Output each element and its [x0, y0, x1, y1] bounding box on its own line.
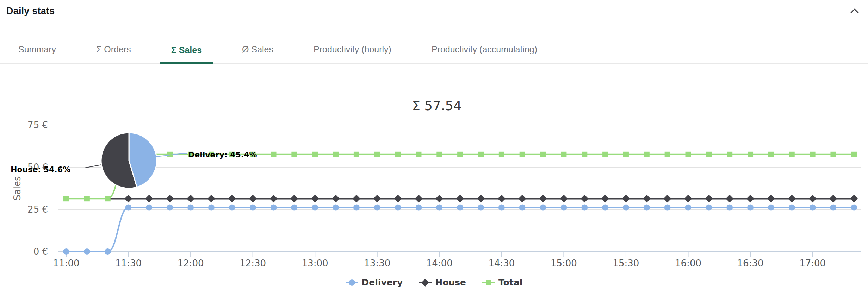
data-point-house[interactable]	[684, 195, 692, 202]
data-point-delivery[interactable]	[187, 205, 194, 211]
tab-productivity-accumulating[interactable]: Productivity (accumulating)	[420, 37, 548, 63]
data-point-house[interactable]	[456, 195, 464, 202]
collapse-panel-button[interactable]	[848, 4, 862, 18]
data-point-delivery[interactable]	[560, 205, 567, 211]
data-point-delivery[interactable]	[374, 205, 380, 211]
data-point-delivery[interactable]	[644, 205, 650, 211]
data-point-delivery[interactable]	[125, 205, 132, 211]
data-point-total[interactable]	[768, 152, 774, 157]
data-point-total[interactable]	[789, 152, 795, 157]
data-point-delivery[interactable]	[810, 205, 816, 211]
data-point-delivery[interactable]	[312, 205, 318, 211]
data-point-total[interactable]	[478, 152, 484, 157]
data-point-house[interactable]	[539, 195, 547, 202]
data-point-house[interactable]	[228, 195, 236, 202]
data-point-total[interactable]	[354, 152, 359, 157]
data-point-house[interactable]	[788, 195, 796, 202]
data-point-total[interactable]	[561, 152, 566, 157]
data-point-house[interactable]	[145, 195, 153, 202]
data-point-house[interactable]	[581, 195, 588, 202]
data-point-total[interactable]	[727, 152, 732, 157]
data-point-house[interactable]	[353, 195, 360, 202]
data-point-house[interactable]	[746, 195, 754, 202]
data-point-delivery[interactable]	[63, 248, 69, 255]
data-point-total[interactable]	[395, 152, 401, 157]
data-point-house[interactable]	[767, 195, 775, 202]
data-point-delivery[interactable]	[84, 248, 90, 255]
data-point-delivery[interactable]	[540, 205, 546, 211]
tab-summary[interactable]: Summary	[7, 37, 67, 63]
data-point-house[interactable]	[373, 195, 381, 202]
data-point-total[interactable]	[374, 152, 380, 157]
data-point-delivery[interactable]	[685, 205, 692, 211]
legend-item-house[interactable]: House	[419, 277, 466, 288]
data-point-delivery[interactable]	[623, 205, 629, 211]
data-point-total[interactable]	[851, 152, 857, 157]
data-point-delivery[interactable]	[726, 205, 733, 211]
data-point-delivery[interactable]	[353, 205, 360, 211]
data-point-total[interactable]	[623, 152, 629, 157]
data-point-house[interactable]	[622, 195, 630, 202]
data-point-total[interactable]	[105, 196, 111, 201]
data-point-total[interactable]	[312, 152, 318, 157]
data-point-house[interactable]	[809, 195, 817, 202]
data-point-delivery[interactable]	[250, 205, 256, 211]
legend-item-delivery[interactable]: Delivery	[346, 277, 403, 288]
data-point-house[interactable]	[477, 195, 485, 202]
data-point-delivery[interactable]	[519, 205, 526, 211]
data-point-total[interactable]	[644, 152, 650, 157]
data-point-total[interactable]	[291, 152, 297, 157]
data-point-delivery[interactable]	[271, 205, 277, 211]
tab-productivity-hourly[interactable]: Productivity (hourly)	[302, 37, 403, 63]
data-point-delivery[interactable]	[498, 205, 505, 211]
data-point-total[interactable]	[84, 196, 90, 201]
data-point-delivery[interactable]	[706, 205, 712, 211]
data-point-total[interactable]	[665, 152, 670, 157]
data-point-house[interactable]	[560, 195, 568, 202]
data-point-delivery[interactable]	[229, 205, 235, 211]
data-point-delivery[interactable]	[830, 205, 836, 211]
data-point-delivery[interactable]	[664, 205, 671, 211]
data-point-delivery[interactable]	[768, 205, 774, 211]
data-point-total[interactable]	[706, 152, 712, 157]
data-point-delivery[interactable]	[436, 205, 442, 211]
data-point-house[interactable]	[311, 195, 319, 202]
data-point-house[interactable]	[332, 195, 340, 202]
data-point-delivery[interactable]	[747, 205, 754, 211]
data-point-house[interactable]	[166, 195, 174, 202]
data-point-house[interactable]	[664, 195, 671, 202]
data-point-total[interactable]	[63, 196, 69, 201]
data-point-delivery[interactable]	[291, 205, 297, 211]
data-point-house[interactable]	[125, 195, 132, 202]
data-point-house[interactable]	[519, 195, 526, 202]
data-point-delivery[interactable]	[581, 205, 588, 211]
data-point-house[interactable]	[498, 195, 506, 202]
data-point-house[interactable]	[435, 195, 443, 202]
data-point-total[interactable]	[830, 152, 836, 157]
data-point-house[interactable]	[643, 195, 651, 202]
data-point-total[interactable]	[540, 152, 546, 157]
data-point-delivery[interactable]	[208, 205, 215, 211]
tab-avg-sales[interactable]: Ø Sales	[231, 37, 285, 63]
data-point-total[interactable]	[602, 152, 608, 157]
tab-sum-sales[interactable]: Σ Sales	[160, 37, 213, 64]
data-point-delivery[interactable]	[146, 205, 152, 211]
data-point-total[interactable]	[457, 152, 463, 157]
data-point-house[interactable]	[829, 195, 837, 202]
data-point-total[interactable]	[333, 152, 339, 157]
data-point-house[interactable]	[850, 195, 858, 202]
data-point-house[interactable]	[601, 195, 609, 202]
data-point-house[interactable]	[270, 195, 278, 202]
data-point-total[interactable]	[582, 152, 587, 157]
data-point-delivery[interactable]	[478, 205, 484, 211]
data-point-delivery[interactable]	[602, 205, 608, 211]
data-point-house[interactable]	[394, 195, 402, 202]
data-point-total[interactable]	[686, 152, 691, 157]
data-point-delivery[interactable]	[167, 205, 173, 211]
data-point-house[interactable]	[249, 195, 257, 202]
data-point-delivery[interactable]	[457, 205, 463, 211]
data-point-total[interactable]	[499, 152, 504, 157]
data-point-house[interactable]	[705, 195, 713, 202]
data-point-house[interactable]	[187, 195, 194, 202]
data-point-total[interactable]	[520, 152, 525, 157]
